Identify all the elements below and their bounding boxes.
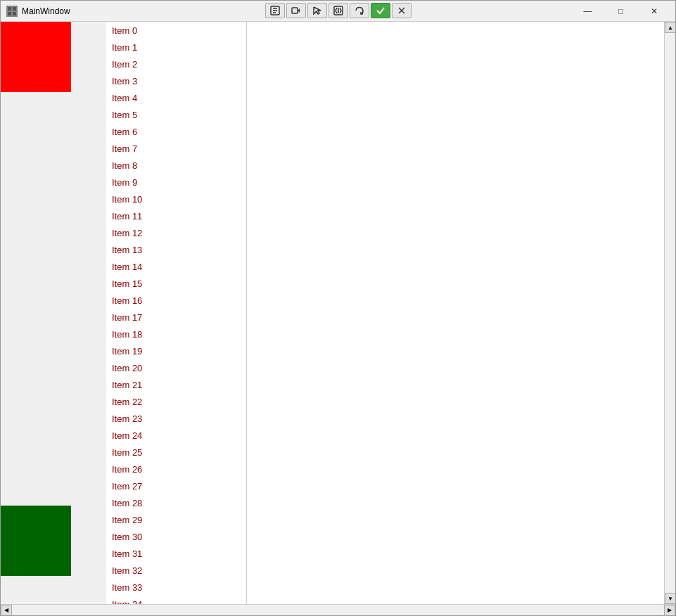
svg-rect-1 [13,7,16,11]
list-item[interactable]: Item 4 [106,89,246,106]
scroll-left-btn[interactable]: ◀ [1,605,12,616]
list-item[interactable]: Item 21 [106,376,246,393]
tool-select-btn[interactable] [265,3,285,18]
list-item[interactable]: Item 30 [106,528,246,545]
minimize-button[interactable]: — [572,1,604,22]
maximize-button[interactable]: □ [605,1,637,22]
list-item[interactable]: Item 10 [106,191,246,207]
list-item[interactable]: Item 3 [106,72,246,89]
scroll-right-btn[interactable]: ▶ [664,605,675,616]
list-item[interactable]: Item 16 [106,292,246,309]
close-button[interactable]: ✕ [638,1,670,22]
list-item[interactable]: Item 11 [106,207,246,224]
list-item[interactable]: Item 28 [106,494,246,511]
list-item[interactable]: Item 24 [106,427,246,444]
list-item[interactable]: Item 8 [106,157,246,174]
list-item[interactable]: Item 34 [106,596,246,604]
tool-arrow-btn[interactable] [307,3,327,18]
bottom-scrollbar-area: ◀ ▶ [1,604,675,615]
list-item[interactable]: Item 17 [106,309,246,326]
list-item[interactable]: Item 9 [106,174,246,191]
list-item[interactable]: Item 13 [106,241,246,258]
list-item[interactable]: Item 12 [106,224,246,241]
svg-rect-8 [292,8,298,13]
list-item[interactable]: Item 0 [106,22,246,39]
list-item[interactable]: Item 32 [106,562,246,579]
scroll-down-btn[interactable]: ▼ [665,593,675,604]
title-bar: MainWindow [1,1,675,22]
scroll-track[interactable] [665,33,675,593]
list-item[interactable]: Item 25 [106,444,246,461]
list-item[interactable]: Item 14 [106,258,246,275]
list-item[interactable]: Item 29 [106,511,246,528]
list-item[interactable]: Item 20 [106,359,246,376]
list-item[interactable]: Item 15 [106,275,246,292]
right-panel: ▲ ▼ [247,22,675,604]
list-item[interactable]: Item 5 [106,106,246,123]
svg-rect-3 [13,12,16,15]
list-item[interactable]: Item 18 [106,326,246,342]
list-scroll[interactable]: Item 0Item 1Item 2Item 3Item 4Item 5Item… [106,22,246,604]
title-bar-controls: — □ ✕ [572,1,670,22]
main-content: Item 0Item 1Item 2Item 3Item 4Item 5Item… [1,22,675,604]
list-item[interactable]: Item 27 [106,477,246,494]
right-scrollbar: ▲ ▼ [664,22,675,604]
green-box [1,506,71,576]
list-item[interactable]: Item 23 [106,410,246,427]
list-item[interactable]: Item 1 [106,39,246,56]
tool-move-btn[interactable] [329,3,348,18]
list-panel: Item 0Item 1Item 2Item 3Item 4Item 5Item… [106,22,247,604]
tool-record-btn[interactable] [286,3,306,18]
window-title: MainWindow [22,6,70,16]
list-item[interactable]: Item 33 [106,579,246,596]
main-window: MainWindow [0,0,676,616]
list-item[interactable]: Item 6 [106,123,246,140]
tool-confirm-btn[interactable] [371,3,390,18]
list-item[interactable]: Item 26 [106,461,246,477]
scroll-up-btn[interactable]: ▲ [665,22,675,33]
list-item[interactable]: Item 19 [106,342,246,359]
list-item[interactable]: Item 7 [106,140,246,157]
tool-rotate-btn[interactable] [350,3,369,18]
list-item[interactable]: Item 22 [106,393,246,410]
bottom-scroll-track[interactable] [12,605,664,616]
left-panel [1,22,106,604]
title-bar-left: MainWindow [6,6,70,17]
svg-rect-0 [8,7,11,11]
red-box [1,22,71,92]
list-item[interactable]: Item 31 [106,545,246,562]
svg-rect-2 [8,12,11,15]
tool-close-btn[interactable] [392,3,412,18]
app-icon [6,6,18,17]
list-item[interactable]: Item 2 [106,56,246,72]
